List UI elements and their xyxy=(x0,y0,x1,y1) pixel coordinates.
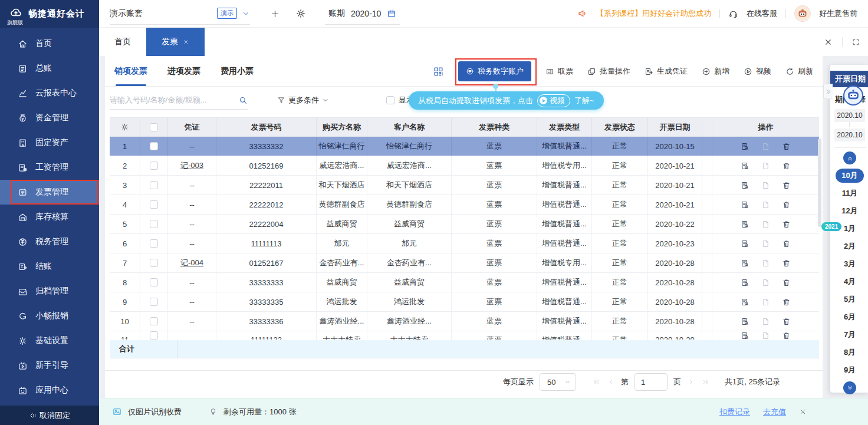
invoice-row[interactable]: 5 -- 22222004 益威商贸 益威商贸 蓝票 增值税普通... 正常 2… xyxy=(110,215,819,234)
settings-icon[interactable] xyxy=(295,8,306,19)
sidebar-item-settings[interactable]: 基础设置 xyxy=(0,328,99,353)
voucher-link[interactable]: -- xyxy=(189,220,195,229)
month-item[interactable]: 11月 xyxy=(830,185,868,202)
invoice-row[interactable]: 1 -- 33333332 怡铭津仁商行 怡铭津仁商行 蓝票 增值税普通... … xyxy=(110,137,819,156)
invoice-row[interactable]: 4 -- 22222012 黄德群副食店 黄德群副食店 蓝票 增值税普通... … xyxy=(110,195,819,215)
row-checkbox[interactable] xyxy=(150,298,158,306)
invoice-row[interactable]: 11 -- 11111133 大大大特卖 大大大特卖 蓝票 增值税普通... 正… xyxy=(110,331,819,340)
delete-invoice-icon[interactable] xyxy=(782,331,791,340)
delete-invoice-icon[interactable] xyxy=(782,162,791,170)
month-item[interactable]: 12月 xyxy=(830,202,868,220)
delete-invoice-icon[interactable] xyxy=(782,181,791,190)
row-checkbox[interactable] xyxy=(150,317,158,325)
date-from[interactable]: 2020.10 xyxy=(834,109,865,122)
table-scrollbar[interactable] xyxy=(818,139,821,227)
copy-invoice-icon[interactable] xyxy=(761,181,770,190)
view-invoice-icon[interactable] xyxy=(741,331,749,340)
delete-invoice-icon[interactable] xyxy=(782,317,791,326)
month-item[interactable]: 4月 xyxy=(830,273,868,291)
copy-invoice-icon[interactable] xyxy=(761,278,770,287)
view-invoice-icon[interactable] xyxy=(741,162,749,170)
view-invoice-icon[interactable] xyxy=(741,298,749,307)
show-detail-checkbox[interactable] xyxy=(386,96,394,104)
copy-invoice-icon[interactable] xyxy=(761,298,770,307)
view-invoice-icon[interactable] xyxy=(741,200,749,209)
tax-digital-account-button[interactable]: 税务数字账户 xyxy=(458,61,531,81)
prev-page-icon[interactable] xyxy=(607,378,615,386)
video-button[interactable]: 视频 xyxy=(744,66,771,77)
row-checkbox[interactable] xyxy=(150,239,158,248)
voucher-link[interactable]: 记-003 xyxy=(180,160,203,171)
next-page-icon[interactable] xyxy=(687,378,695,386)
month-item[interactable]: 10月 xyxy=(830,167,868,185)
sidebar-item-archive[interactable]: 归档管理 xyxy=(0,279,99,304)
delete-invoice-icon[interactable] xyxy=(782,220,791,229)
search-icon[interactable] xyxy=(238,95,248,105)
scroll-down-button[interactable] xyxy=(843,381,856,394)
invoice-row[interactable]: 7 记-004 01252167 金杏药业有... 金杏药业有... 蓝票 增值… xyxy=(110,253,819,273)
month-item[interactable]: 6月 xyxy=(830,308,868,326)
scan-qr-icon[interactable] xyxy=(433,66,444,77)
sidebar-item-inventory[interactable]: 库存核算 xyxy=(0,205,99,229)
refresh-button[interactable]: 刷新 xyxy=(785,66,813,77)
invoice-row[interactable]: 10 -- 33333336 鑫涛酒业经... 鑫涛酒业经... 蓝票 增值税普… xyxy=(110,312,819,331)
invoice-row[interactable]: 9 -- 33333335 鸿运批发 鸿运批发 蓝票 增值税普通... 正常 2… xyxy=(110,292,819,312)
month-item[interactable]: 9月 xyxy=(830,361,868,379)
delete-invoice-icon[interactable] xyxy=(782,142,791,151)
row-checkbox[interactable] xyxy=(150,200,158,209)
delete-invoice-icon[interactable] xyxy=(782,278,791,287)
view-invoice-icon[interactable] xyxy=(741,239,749,248)
row-checkbox[interactable] xyxy=(150,278,158,286)
view-invoice-icon[interactable] xyxy=(741,181,749,190)
sidebar-item-cloud-reports[interactable]: 云报表中心 xyxy=(0,81,99,106)
view-invoice-icon[interactable] xyxy=(741,259,749,268)
sidebar-item-invoice[interactable]: 发票管理 xyxy=(0,180,99,205)
deduction-records-link[interactable]: 扣费记录 xyxy=(719,407,750,417)
last-page-icon[interactable] xyxy=(701,378,709,386)
first-page-icon[interactable] xyxy=(593,378,601,386)
voucher-link[interactable]: -- xyxy=(189,181,195,190)
copy-invoice-icon[interactable] xyxy=(761,200,770,209)
invoice-row[interactable]: 2 记-003 01252169 威远宏浩商... 威远宏浩商... 蓝票 增值… xyxy=(110,156,819,176)
voucher-link[interactable]: -- xyxy=(189,200,195,209)
delete-invoice-icon[interactable] xyxy=(782,200,791,209)
add-button[interactable]: 新增 xyxy=(702,66,729,77)
unpin-sidebar-button[interactable]: 取消固定 xyxy=(0,406,99,425)
month-item[interactable]: 2021 1月 xyxy=(830,220,868,238)
tooltip-video-button[interactable]: 视频 xyxy=(537,94,570,107)
sidebar-item-home[interactable]: 首页 xyxy=(0,31,99,56)
window-tab-home[interactable]: 首页 xyxy=(99,28,146,56)
sidebar-item-guide[interactable]: 新手引导 xyxy=(0,353,99,378)
select-all-checkbox[interactable] xyxy=(150,123,158,131)
sidebar-item-tax[interactable]: 税务管理 xyxy=(0,229,99,254)
month-item[interactable]: 5月 xyxy=(830,291,868,308)
voucher-link[interactable]: -- xyxy=(189,317,195,326)
view-invoice-icon[interactable] xyxy=(741,142,749,151)
delete-invoice-icon[interactable] xyxy=(782,298,791,307)
voucher-link[interactable]: 记-004 xyxy=(180,258,203,268)
tab-purchase-invoice[interactable]: 进项发票 xyxy=(167,56,200,86)
invoice-row[interactable]: 3 -- 22222011 和天下烟酒店 和天下烟酒店 蓝票 增值税普通... … xyxy=(110,176,819,195)
invoice-row[interactable]: 8 -- 33333333 益威商贸 益威商贸 蓝票 增值税普通... 正常 2… xyxy=(110,273,819,292)
row-checkbox[interactable] xyxy=(150,162,158,170)
voucher-link[interactable]: -- xyxy=(189,298,195,307)
copy-invoice-icon[interactable] xyxy=(761,142,770,151)
tab-sales-invoice[interactable]: 销项发票 xyxy=(114,56,147,86)
copy-invoice-icon[interactable] xyxy=(761,331,770,340)
recharge-link[interactable]: 去充值 xyxy=(763,407,786,417)
voucher-link[interactable]: -- xyxy=(189,278,195,287)
month-item[interactable]: 3月 xyxy=(830,255,868,273)
assistant-robot-avatar[interactable] xyxy=(843,85,863,106)
calendar-icon[interactable] xyxy=(387,9,396,18)
window-tab-invoice[interactable]: 发票 xyxy=(146,28,205,56)
sidebar-item-funds[interactable]: 资金管理 xyxy=(0,106,99,130)
new-account-icon[interactable] xyxy=(270,9,280,19)
sidebar-item-closing[interactable]: 结账 xyxy=(0,254,99,279)
presale-label[interactable]: 好生意售前 xyxy=(819,8,857,19)
more-conditions-button[interactable]: 更多条件 xyxy=(277,95,329,106)
account-chevron-down-icon[interactable] xyxy=(242,9,250,18)
panel-collapse-handle[interactable] xyxy=(823,84,833,99)
month-item[interactable]: 8月 xyxy=(830,344,868,361)
close-page-icon[interactable] xyxy=(824,38,833,47)
fetch-invoice-button[interactable]: 取票 xyxy=(545,66,573,77)
